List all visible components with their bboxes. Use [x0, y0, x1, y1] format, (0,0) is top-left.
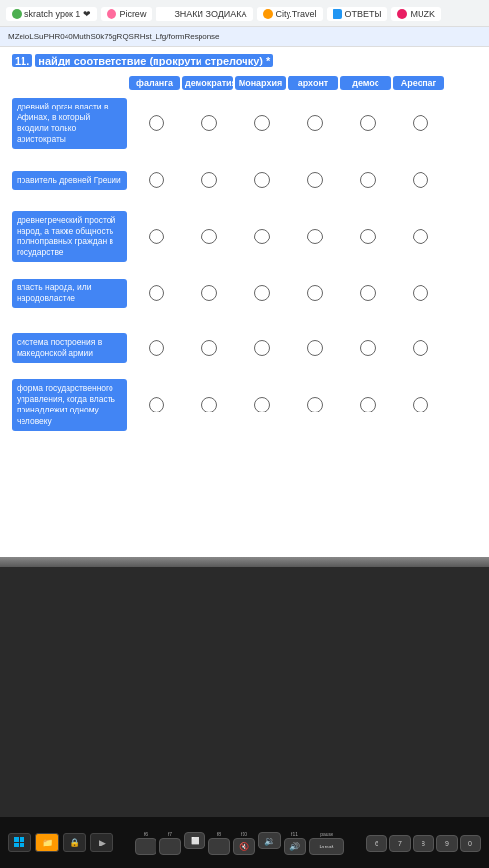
tab-muzk[interactable]: MUZK	[391, 7, 441, 21]
key-pause[interactable]: break	[309, 838, 344, 855]
radio-3-4[interactable]	[307, 229, 323, 244]
radio-cell-6-3	[237, 397, 288, 412]
radio-3-1[interactable]	[149, 229, 164, 244]
grid-row-5: система построения в македонской армии	[12, 325, 477, 371]
radio-1-2[interactable]	[201, 115, 217, 131]
radio-cell-2-4	[289, 172, 340, 188]
radio-6-3[interactable]	[254, 397, 270, 412]
radio-cell-2-5	[342, 172, 393, 188]
row-label-2: правитель древней Греции	[12, 171, 127, 190]
radio-5-1[interactable]	[149, 340, 164, 356]
tab-city[interactable]: City.Travel	[257, 7, 323, 21]
radio-6-6[interactable]	[413, 397, 428, 412]
radio-3-3[interactable]	[254, 229, 270, 244]
question-text: найди соответствие (прокрути стрелочку) …	[35, 54, 273, 67]
row-label-4: власть народа, или народовластие	[12, 279, 127, 308]
key-6[interactable]: 6	[366, 835, 387, 852]
radio-cell-3-6	[395, 229, 446, 244]
radio-cell-4-4	[289, 285, 340, 301]
radio-cell-6-6	[395, 397, 446, 412]
radio-cell-3-5	[342, 229, 393, 244]
tab-muzk-label: MUZK	[410, 9, 435, 19]
key-9[interactable]: 9	[436, 835, 458, 852]
col-header-demos: демос	[340, 76, 391, 90]
radio-3-5[interactable]	[360, 229, 376, 244]
radio-cell-6-4	[289, 397, 340, 412]
radio-cell-2-3	[237, 172, 288, 188]
radio-6-2[interactable]	[201, 397, 217, 412]
radio-3-6[interactable]	[413, 229, 428, 244]
radio-1-4[interactable]	[307, 115, 323, 131]
tab-otvety[interactable]: ОТВЕТЫ	[327, 7, 388, 21]
key-vol-down[interactable]: 🔉	[258, 832, 281, 849]
key-0[interactable]: 0	[460, 835, 481, 852]
row-label-6: форма государственного управления, когда…	[12, 379, 127, 430]
radio-cell-4-2	[184, 285, 235, 301]
tab-skratch-label: skratch урок 1	[24, 9, 80, 19]
key-mute[interactable]: 🔇	[233, 838, 255, 855]
radio-1-5[interactable]	[360, 115, 376, 131]
key-8[interactable]: 8	[413, 835, 434, 852]
radio-5-5[interactable]	[360, 340, 376, 356]
radio-6-4[interactable]	[307, 397, 323, 412]
taskbar-icon-files[interactable]: 📁	[35, 833, 59, 852]
radio-4-2[interactable]	[201, 285, 217, 301]
radio-cell-2-2	[184, 172, 235, 188]
radio-5-3[interactable]	[254, 340, 270, 356]
radio-cell-5-6	[395, 340, 446, 356]
key-display[interactable]: ⬜	[184, 832, 205, 849]
laptop-screen: skratch урок 1 ❤ Picrew ЗНАКИ ЗОДИАКА Ci…	[0, 0, 489, 567]
city-favicon	[263, 9, 273, 19]
grid-row-1: древний орган власти в Афинах, в который…	[12, 98, 477, 149]
radio-2-6[interactable]	[413, 172, 428, 188]
radio-1-6[interactable]	[413, 115, 428, 131]
radio-cell-4-3	[237, 285, 288, 301]
radio-cell-1-6	[395, 115, 446, 131]
grid-row-2: правитель древней Греции	[12, 156, 477, 203]
col-header-demokratiya: демократия	[182, 76, 233, 90]
tab-skratch[interactable]: skratch урок 1 ❤	[6, 7, 97, 21]
taskbar-icon-media[interactable]: ▶	[90, 833, 113, 852]
columns-row: фаланга демократия Монархия архонт демос…	[129, 76, 477, 90]
radio-cell-4-5	[342, 285, 393, 301]
tab-picrew[interactable]: Picrew	[101, 7, 152, 21]
radio-4-3[interactable]	[254, 285, 270, 301]
key-7[interactable]: 7	[389, 835, 411, 852]
grid-row-6: форма государственного управления, когда…	[12, 379, 477, 430]
radio-cells-5	[131, 340, 446, 356]
key-f7[interactable]	[159, 838, 181, 855]
taskbar-icon-lock[interactable]: 🔒	[63, 833, 86, 852]
question-header: 11. найди соответствие (прокрути стрелоч…	[12, 55, 477, 66]
tab-zodiak[interactable]: ЗНАКИ ЗОДИАКА	[156, 7, 252, 21]
radio-cell-3-4	[289, 229, 340, 244]
key-f8[interactable]	[208, 838, 230, 855]
radio-5-4[interactable]	[307, 340, 323, 356]
radio-4-6[interactable]	[413, 285, 428, 301]
radio-2-3[interactable]	[254, 172, 270, 188]
radio-6-5[interactable]	[360, 397, 376, 412]
radio-2-1[interactable]	[149, 172, 164, 188]
tab-city-label: City.Travel	[276, 9, 317, 19]
tab-picrew-label: Picrew	[119, 9, 146, 19]
address-bar[interactable]: MZeioLSuPHR040MuthS0k75gRQSRHst_Lfg/form…	[0, 27, 489, 47]
address-text: MZeioLSuPHR040MuthS0k75gRQSRHst_Lfg/form…	[8, 32, 220, 41]
radio-4-5[interactable]	[360, 285, 376, 301]
radio-cell-1-4	[289, 115, 340, 131]
radio-2-4[interactable]	[307, 172, 323, 188]
key-f6[interactable]	[135, 838, 156, 855]
radio-cells-2	[131, 172, 446, 188]
key-vol-up[interactable]: 🔊	[284, 838, 306, 855]
radio-1-1[interactable]	[149, 115, 164, 131]
radio-3-2[interactable]	[201, 229, 217, 244]
radio-1-3[interactable]	[254, 115, 270, 131]
col-header-monarkhiya: Монархия	[235, 76, 286, 90]
radio-2-2[interactable]	[201, 172, 217, 188]
radio-cell-5-5	[342, 340, 393, 356]
radio-5-6[interactable]	[413, 340, 428, 356]
radio-4-1[interactable]	[149, 285, 164, 301]
radio-2-5[interactable]	[360, 172, 376, 188]
radio-6-1[interactable]	[149, 397, 164, 412]
taskbar-icon-windows[interactable]	[8, 833, 31, 852]
radio-5-2[interactable]	[201, 340, 217, 356]
radio-4-4[interactable]	[307, 285, 323, 301]
